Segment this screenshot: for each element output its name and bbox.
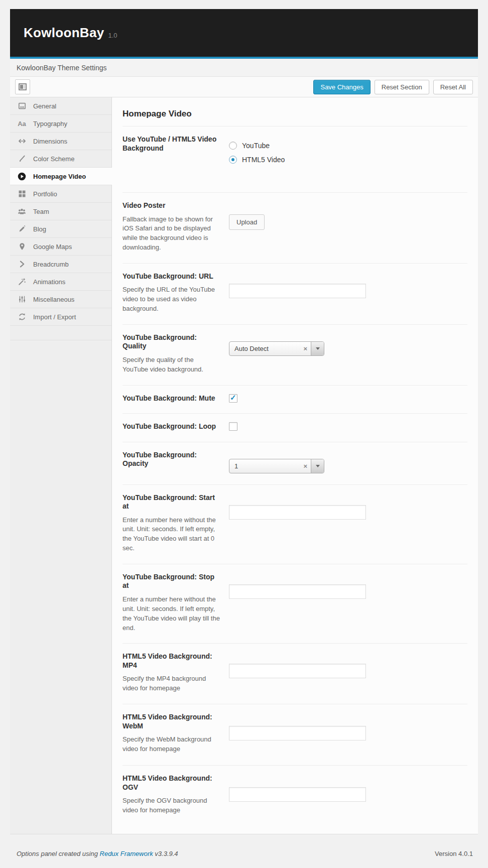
field-label: YouTube Background: Start at <box>123 493 221 511</box>
reset-all-button[interactable]: Reset All <box>433 80 473 94</box>
pencil-icon <box>17 225 27 233</box>
map-pin-icon <box>17 242 27 251</box>
webm-input[interactable] <box>229 726 366 740</box>
sidebar-item-dimensions[interactable]: Dimensions <box>10 133 111 150</box>
field-row-html5-mp4: HTML5 Video Background: MP4 Specify the … <box>123 644 467 704</box>
field-label: YouTube Background: Opacity <box>123 451 221 468</box>
sliders-icon <box>17 295 27 303</box>
expand-options-button[interactable] <box>15 79 30 94</box>
field-desc: Fallback image to be shown for iOS Safar… <box>123 215 221 253</box>
sidebar-item-label: Typography <box>33 120 67 128</box>
footer-credit-text: Options panel created using <box>17 850 98 857</box>
sidebar-item-typography[interactable]: Aa Typography <box>10 115 111 133</box>
sidebar-item-label: Homepage Video <box>33 173 86 180</box>
field-row-youtube-loop: YouTube Background: Loop <box>123 414 467 442</box>
mp4-input[interactable] <box>229 664 366 678</box>
sidebar-item-general[interactable]: General <box>10 97 111 115</box>
field-row-youtube-url: YouTube Background: URL Specify the URL … <box>123 264 467 325</box>
sidebar-item-animations[interactable]: Animations <box>10 273 111 291</box>
magic-wand-icon <box>17 278 27 286</box>
reset-section-button[interactable]: Reset Section <box>375 80 429 94</box>
play-circle-icon <box>17 172 27 181</box>
field-label: YouTube Background: Stop at <box>123 573 221 590</box>
dropdown-arrow-icon[interactable] <box>311 342 324 355</box>
field-row-youtube-quality: YouTube Background: Quality Specify the … <box>123 325 467 386</box>
sidebar-item-blog[interactable]: Blog <box>10 220 111 238</box>
layout-columns-icon <box>19 83 27 90</box>
clear-icon[interactable] <box>303 462 307 470</box>
sidebar-item-label: Dimensions <box>33 138 67 145</box>
radio-option-html5-video[interactable]: HTML5 Video <box>229 156 467 164</box>
field-row-html5-ogv: HTML5 Video Background: OGV Specify the … <box>123 766 467 826</box>
field-label: Video Poster <box>123 201 221 210</box>
start-at-input[interactable] <box>229 505 366 520</box>
sidebar-item-label: General <box>33 102 56 110</box>
field-label: Use YouTube / HTML5 Video Background <box>123 135 221 153</box>
save-changes-button[interactable]: Save Changes <box>313 80 370 94</box>
admin-footer: Options panel created using Redux Framew… <box>17 850 473 857</box>
sidebar-item-google-maps[interactable]: Google Maps <box>10 238 111 256</box>
sidebar-item-import-export[interactable]: Import / Export <box>10 308 111 326</box>
upload-button[interactable]: Upload <box>229 214 265 230</box>
field-row-youtube-stop-at: YouTube Background: Stop at Enter a numb… <box>123 564 467 644</box>
select-value: 1 <box>229 462 303 470</box>
ogv-input[interactable] <box>229 787 366 802</box>
sidebar-item-homepage-video[interactable]: Homepage Video <box>10 168 112 185</box>
arrows-horizontal-icon <box>17 137 27 145</box>
sidebar-item-color-scheme[interactable]: Color Scheme <box>10 150 111 168</box>
pencil-stroke-icon <box>17 155 27 163</box>
sidebar-item-team[interactable]: Team <box>10 203 111 220</box>
sidebar-spacer <box>10 326 111 340</box>
sidebar-item-label: Blog <box>33 225 46 233</box>
radio-icon <box>229 156 237 164</box>
field-desc: Specify the quality of the YouTube video… <box>123 355 221 375</box>
settings-sidebar: General Aa Typography Dimensions Col <box>10 97 112 834</box>
sidebar-item-miscellaneous[interactable]: Miscellaneous <box>10 291 111 308</box>
clear-icon[interactable] <box>303 345 307 352</box>
field-row-youtube-opacity: YouTube Background: Opacity 1 <box>123 442 467 485</box>
field-desc: Enter a number here without the unit. Un… <box>123 516 221 553</box>
theme-version-badge: 1.0 <box>108 27 117 39</box>
select-value: Auto Detect <box>229 345 303 352</box>
chevron-right-icon <box>17 260 27 268</box>
typography-icon: Aa <box>17 120 27 128</box>
radio-label: HTML5 Video <box>242 156 285 164</box>
screen-icon <box>17 102 27 110</box>
youtube-url-input[interactable] <box>229 284 366 298</box>
sidebar-item-label: Team <box>33 208 49 215</box>
footer-version: Version 4.0.1 <box>435 850 473 857</box>
sidebar-item-breadcrumb[interactable]: Breadcrumb <box>10 256 111 273</box>
mute-checkbox[interactable] <box>229 394 237 403</box>
grid-icon <box>17 190 27 198</box>
opacity-select[interactable]: 1 <box>229 459 324 473</box>
people-icon <box>17 207 27 215</box>
sidebar-item-label: Miscellaneous <box>33 296 74 303</box>
field-label: YouTube Background: URL <box>123 272 221 281</box>
radio-label: YouTube <box>242 142 270 150</box>
field-desc: Specify the OGV background video for hom… <box>123 796 221 815</box>
radio-option-youtube[interactable]: YouTube <box>229 142 467 150</box>
sidebar-item-label: Google Maps <box>33 243 72 251</box>
footer-credit: Options panel created using Redux Framew… <box>17 850 178 857</box>
sidebar-item-label: Animations <box>33 278 65 286</box>
quality-select[interactable]: Auto Detect <box>229 341 324 356</box>
settings-content: Homepage Video Use YouTube / HTML5 Video… <box>112 97 478 834</box>
sidebar-item-portfolio[interactable]: Portfolio <box>10 185 111 203</box>
stop-at-input[interactable] <box>229 584 366 599</box>
sidebar-item-label: Breadcrumb <box>33 261 69 268</box>
dropdown-arrow-icon[interactable] <box>311 459 324 473</box>
field-desc: Enter a number here without the unit. Un… <box>123 595 221 633</box>
field-row-youtube-start-at: YouTube Background: Start at Enter a num… <box>123 485 467 564</box>
sidebar-item-label: Portfolio <box>33 190 57 198</box>
field-row-html5-webm: HTML5 Video Background: WebM Specify the… <box>123 704 467 766</box>
field-desc: Specify the MP4 background video for hom… <box>123 674 221 693</box>
field-row-youtube-mute: YouTube Background: Mute <box>123 386 467 414</box>
theme-options-panel: KowloonBay 1.0 KowloonBay Theme Settings… <box>10 9 478 834</box>
loop-checkbox[interactable] <box>229 422 237 431</box>
toolbar: Save Changes Reset Section Reset All <box>10 77 478 97</box>
sidebar-item-label: Color Scheme <box>33 155 74 163</box>
sync-icon <box>17 313 27 321</box>
page-subtitle: KowloonBay Theme Settings <box>17 64 107 72</box>
redux-framework-link[interactable]: Redux Framework <box>100 850 153 857</box>
field-label: HTML5 Video Background: WebM <box>123 713 221 730</box>
